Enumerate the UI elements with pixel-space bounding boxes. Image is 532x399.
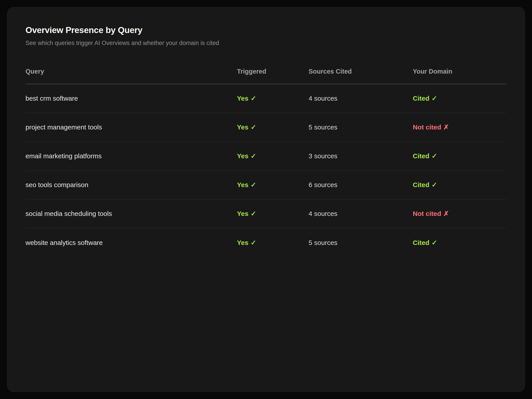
domain-status-cell: Cited✓ [413, 95, 507, 102]
cross-icon: ✗ [443, 123, 449, 131]
table-row: website analytics software Yes✓ 5 source… [25, 228, 507, 257]
query-cell: seo tools comparison [25, 181, 237, 189]
triggered-label: Yes [237, 123, 248, 131]
sources-cell: 5 sources [309, 239, 413, 247]
table-row: social media scheduling tools Yes✓ 4 sou… [25, 200, 507, 228]
domain-status-cell: Not cited✗ [413, 123, 507, 131]
query-cell: project management tools [25, 123, 237, 131]
triggered-label: Yes [237, 239, 248, 246]
check-icon: ✓ [251, 181, 256, 188]
card-title: Overview Presence by Query [25, 25, 507, 35]
domain-status-label: Cited [413, 181, 429, 188]
cross-icon: ✗ [443, 210, 449, 217]
check-icon: ✓ [251, 210, 256, 217]
triggered-cell: Yes✓ [237, 95, 309, 102]
domain-status-label: Cited [413, 152, 429, 160]
overview-presence-card: Overview Presence by Query See which que… [7, 7, 525, 392]
column-header-sources-cited: Sources Cited [309, 67, 413, 75]
table-row: seo tools comparison Yes✓ 6 sources Cite… [25, 171, 507, 200]
triggered-cell: Yes✓ [237, 152, 309, 160]
triggered-cell: Yes✓ [237, 123, 309, 131]
domain-status-label: Not cited [413, 123, 441, 131]
table-header-row: Query Triggered Sources Cited Your Domai… [25, 67, 507, 75]
check-icon: ✓ [431, 95, 437, 102]
domain-status-label: Cited [413, 95, 429, 102]
card-subtitle: See which queries trigger AI Overviews a… [25, 39, 507, 47]
query-cell: email marketing platforms [25, 152, 237, 160]
sources-cell: 3 sources [309, 152, 413, 160]
query-cell: best crm software [25, 95, 237, 102]
check-icon: ✓ [431, 239, 437, 246]
check-icon: ✓ [431, 181, 437, 188]
domain-status-label: Not cited [413, 210, 441, 217]
triggered-label: Yes [237, 152, 248, 160]
column-header-triggered: Triggered [237, 67, 309, 75]
domain-status-cell: Cited✓ [413, 239, 507, 247]
triggered-label: Yes [237, 95, 248, 102]
triggered-cell: Yes✓ [237, 210, 309, 218]
check-icon: ✓ [251, 239, 256, 246]
triggered-cell: Yes✓ [237, 181, 309, 189]
table-row: best crm software Yes✓ 4 sources Cited✓ [25, 84, 507, 113]
query-cell: social media scheduling tools [25, 210, 237, 218]
table-body: best crm software Yes✓ 4 sources Cited✓ … [25, 84, 507, 257]
sources-cell: 6 sources [309, 181, 413, 189]
table-row: project management tools Yes✓ 5 sources … [25, 113, 507, 142]
query-cell: website analytics software [25, 239, 237, 247]
triggered-label: Yes [237, 181, 248, 188]
check-icon: ✓ [431, 152, 437, 160]
triggered-cell: Yes✓ [237, 239, 309, 247]
domain-status-label: Cited [413, 239, 429, 246]
sources-cell: 4 sources [309, 95, 413, 102]
column-header-query: Query [25, 67, 237, 75]
triggered-label: Yes [237, 210, 248, 217]
table-row: email marketing platforms Yes✓ 3 sources… [25, 142, 507, 171]
domain-status-cell: Not cited✗ [413, 210, 507, 218]
check-icon: ✓ [251, 123, 256, 131]
check-icon: ✓ [251, 152, 256, 160]
check-icon: ✓ [251, 95, 256, 102]
domain-status-cell: Cited✓ [413, 181, 507, 189]
domain-status-cell: Cited✓ [413, 152, 507, 160]
sources-cell: 4 sources [309, 210, 413, 218]
sources-cell: 5 sources [309, 123, 413, 131]
column-header-your-domain: Your Domain [413, 67, 507, 75]
